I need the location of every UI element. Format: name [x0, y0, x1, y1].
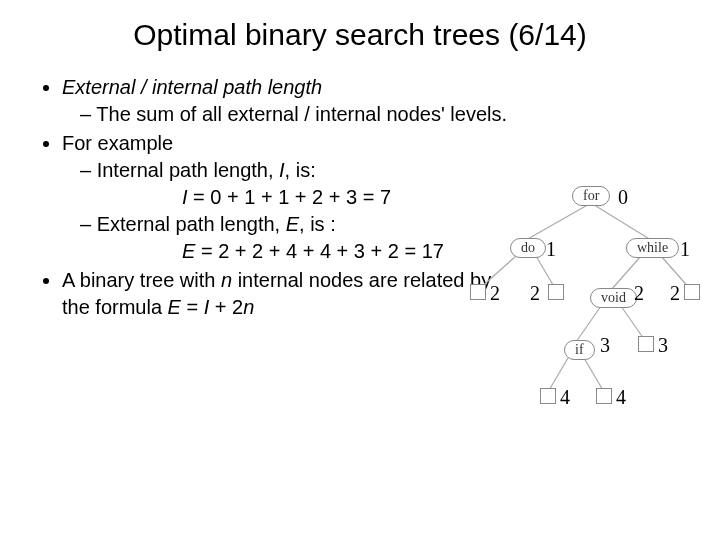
slide: Optimal binary search trees (6/14) Exter…: [0, 0, 720, 540]
ext-node: [596, 388, 612, 404]
ext-node: [540, 388, 556, 404]
tree-diagram: for do while void if 0 1 1 2 2 2 2 3 3 4…: [456, 180, 706, 520]
node-do: do: [510, 238, 546, 258]
level-label: 2: [634, 282, 644, 305]
node-if: if: [564, 340, 595, 360]
bullet-1: External / internal path length The sum …: [62, 74, 690, 128]
bullet-2-text: For example: [62, 132, 173, 154]
ext-node: [548, 284, 564, 300]
bullet-1-text: External / internal path length: [62, 76, 322, 98]
svg-line-9: [584, 358, 604, 392]
level-label: 2: [670, 282, 680, 305]
ext-node: [684, 284, 700, 300]
node-for: for: [572, 186, 610, 206]
level-label: 2: [490, 282, 500, 305]
level-label: 3: [600, 334, 610, 357]
slide-title: Optimal binary search trees (6/14): [30, 18, 690, 52]
level-label: 3: [658, 334, 668, 357]
svg-line-0: [526, 203, 591, 240]
level-label: 1: [680, 238, 690, 261]
level-label: 2: [530, 282, 540, 305]
node-void: void: [590, 288, 637, 308]
node-while: while: [626, 238, 679, 258]
bullet-1-sub-1: The sum of all external / internal nodes…: [80, 101, 690, 128]
level-label: 1: [546, 238, 556, 261]
ext-node: [638, 336, 654, 352]
bullet-3: A binary tree with n internal nodes are …: [62, 267, 492, 321]
svg-line-6: [576, 306, 601, 342]
level-label: 0: [618, 186, 628, 209]
ext-node: [470, 284, 486, 300]
level-label: 4: [560, 386, 570, 409]
level-label: 4: [616, 386, 626, 409]
